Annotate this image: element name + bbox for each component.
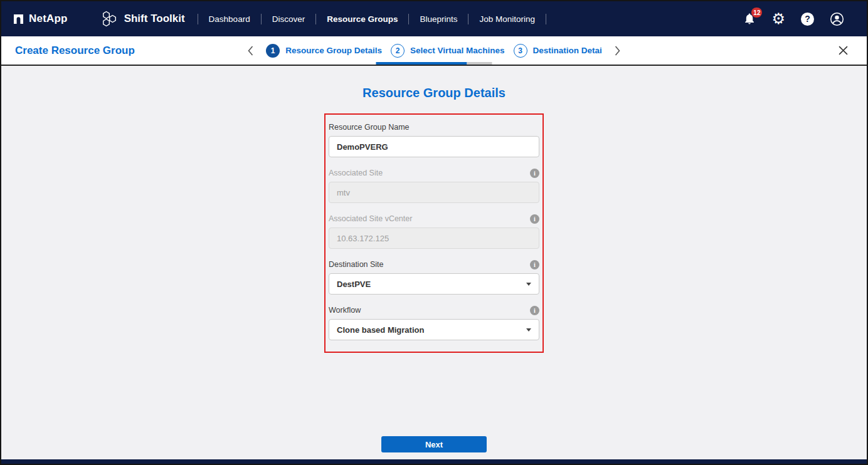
next-button[interactable]: Next (381, 436, 487, 452)
app-window: NetApp Shift Toolkit Dashboard Discover … (0, 0, 868, 465)
info-glyph: i (534, 216, 536, 222)
chevron-right-icon (615, 46, 620, 56)
destination-site-select[interactable]: DestPVE (329, 273, 539, 295)
main-navigation: Dashboard Discover Resource Groups Bluep… (198, 1, 546, 36)
resource-group-name-label: Resource Group Name (329, 123, 410, 132)
step-3-indicator: 3 (514, 44, 527, 58)
chevron-down-icon (526, 283, 531, 286)
field-associated-site: Associated Site i (329, 168, 539, 203)
step-destination-details[interactable]: 3 Destination Detai (514, 44, 602, 58)
netapp-logo (14, 14, 23, 24)
info-icon[interactable]: i (530, 306, 539, 315)
stepper-scroll-indicator[interactable] (376, 62, 492, 65)
info-icon[interactable]: i (530, 260, 539, 269)
field-resource-group-name: Resource Group Name (329, 122, 539, 157)
page-title: Create Resource Group (15, 44, 135, 57)
workflow-select[interactable]: Clone based Migration (329, 319, 539, 340)
associated-site-vcenter-label: Associated Site vCenter (329, 214, 412, 223)
associated-site-vcenter-input (329, 227, 539, 249)
stepper-next-button[interactable] (611, 46, 624, 56)
topbar-actions: 12 ⚙ ? (743, 11, 854, 26)
help-button[interactable]: ? (801, 13, 814, 26)
nav-item-dashboard[interactable]: Dashboard (198, 14, 261, 24)
help-icon: ? (801, 13, 814, 26)
step-2-indicator: 2 (391, 44, 405, 58)
associated-site-input (329, 182, 539, 203)
close-icon (839, 46, 848, 55)
stepper-scroll-active (376, 62, 467, 65)
wizard-content: Resource Group Details Resource Group Na… (1, 66, 867, 459)
associated-site-label: Associated Site (329, 169, 383, 177)
app-title: Shift Toolkit (100, 11, 198, 27)
chevron-down-icon (526, 328, 531, 332)
netapp-brand: NetApp (14, 13, 68, 25)
destination-site-label: Destination Site (329, 260, 384, 269)
shift-toolkit-logo (100, 11, 118, 27)
info-glyph: i (534, 261, 536, 268)
user-icon (830, 12, 844, 26)
app-title-text: Shift Toolkit (124, 13, 185, 25)
nav-item-resource-groups[interactable]: Resource Groups (316, 14, 408, 24)
notifications-button[interactable]: 12 (743, 12, 756, 26)
step-3-label: Destination Detai (533, 46, 602, 55)
nav-item-discover[interactable]: Discover (262, 14, 316, 24)
workflow-label: Workflow (329, 306, 361, 315)
step-resource-group-details[interactable]: 1 Resource Group Details (266, 44, 382, 58)
info-glyph: i (534, 307, 536, 314)
info-icon[interactable]: i (530, 169, 539, 178)
field-workflow: Workflow i Clone based Migration (329, 305, 539, 340)
step-1-indicator: 1 (266, 44, 280, 58)
top-navigation-bar: NetApp Shift Toolkit Dashboard Discover … (1, 1, 867, 36)
field-destination-site: Destination Site i DestPVE (329, 259, 539, 295)
info-icon[interactable]: i (530, 214, 539, 224)
brand-name: NetApp (29, 13, 68, 25)
nav-divider (546, 14, 546, 24)
stepper-prev-button[interactable] (244, 46, 257, 56)
footer-bar (1, 459, 867, 464)
destination-site-value: DestPVE (337, 280, 371, 289)
gear-icon: ⚙ (771, 11, 785, 26)
chevron-left-icon (248, 46, 253, 56)
wizard-stepper: 1 Resource Group Details 2 Select Virtua… (244, 44, 624, 58)
notification-badge: 12 (751, 8, 762, 18)
settings-button[interactable]: ⚙ (771, 11, 785, 26)
stepper-scroll-track (467, 62, 492, 65)
close-button[interactable] (835, 45, 852, 56)
form-title: Resource Group Details (1, 66, 867, 100)
account-button[interactable] (830, 12, 844, 26)
field-associated-site-vcenter: Associated Site vCenter i (329, 214, 539, 249)
info-glyph: i (534, 170, 536, 177)
wizard-header: Create Resource Group 1 Resource Group D… (1, 36, 867, 66)
step-1-label: Resource Group Details (285, 46, 382, 55)
step-2-label: Select Virtual Machines (410, 46, 505, 55)
annotation-highlight: Resource Group Name Associated Site i As… (324, 113, 544, 353)
step-select-virtual-machines[interactable]: 2 Select Virtual Machines (391, 44, 505, 58)
nav-item-job-monitoring[interactable]: Job Monitoring (468, 14, 546, 24)
nav-item-blueprints[interactable]: Blueprints (409, 14, 468, 24)
resource-group-name-input[interactable] (329, 136, 539, 157)
workflow-value: Clone based Migration (337, 325, 424, 335)
